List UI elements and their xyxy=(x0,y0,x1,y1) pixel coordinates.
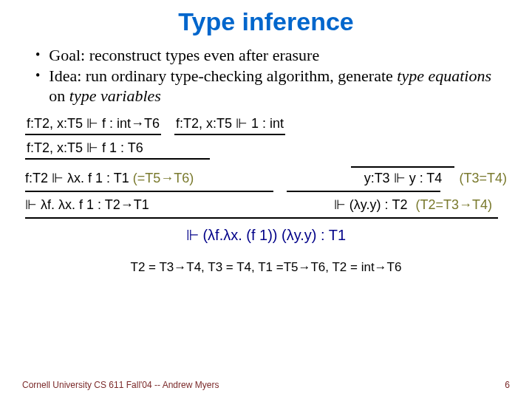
judgement-text: ⊩ (λy.y) : T2 xyxy=(334,197,408,212)
bullet-dot: • xyxy=(35,45,40,66)
judgement: f:T2, x:T5 ⊩ f 1 : T6 xyxy=(25,140,210,160)
rule-line xyxy=(25,217,498,219)
slide-title: Type inference xyxy=(22,7,510,36)
bullet-fragment: Idea: run ordinary type-checking algorit… xyxy=(49,66,397,85)
rule-line xyxy=(25,191,273,192)
judgement: y:T3 ⊩ y : T4 xyxy=(363,168,444,186)
judgement: ⊩ λf. λx. f 1 : T2→T1 xyxy=(25,197,149,213)
side-note: (=T5→T6) xyxy=(133,171,194,185)
judgement-text: f:T2 ⊩ λx. f 1 : T1 xyxy=(25,171,129,185)
premise: f:T2, x:T5 ⊩ f : int→T6 xyxy=(25,115,161,135)
type-equations: T2 = T3→T4, T3 = T4, T1 =T5→T6, T2 = int… xyxy=(25,260,507,275)
bullet-dot: • xyxy=(35,66,40,106)
rule-line xyxy=(287,191,440,192)
judgement: ⊩ (λy.y) : T2 (T2=T3→T4) xyxy=(334,197,492,213)
footer-text: Cornell University CS 611 Fall'04 -- And… xyxy=(22,380,219,390)
footer: Cornell University CS 611 Fall'04 -- And… xyxy=(22,380,510,390)
bullet-em: type variables xyxy=(69,86,161,105)
bullet-list: • Goal: reconstruct types even after era… xyxy=(35,45,510,106)
premise: f:T2, x:T5 ⊩ 1 : int xyxy=(174,115,285,135)
bullet-text: Idea: run ordinary type-checking algorit… xyxy=(49,66,510,106)
bullet-item: • Goal: reconstruct types even after era… xyxy=(35,45,510,66)
page-number: 6 xyxy=(505,380,510,390)
side-note: (T2=T3→T4) xyxy=(415,197,492,212)
bullet-text: Goal: reconstruct types even after erasu… xyxy=(49,45,510,66)
judgement: f:T2 ⊩ λx. f 1 : T1 (=T5→T6) xyxy=(25,170,194,186)
side-note: (T3=T4) xyxy=(459,171,507,186)
bullet-em: type equations xyxy=(397,66,491,85)
bullet-item: • Idea: run ordinary type-checking algor… xyxy=(35,66,510,106)
derivation-block: f:T2, x:T5 ⊩ f : int→T6 f:T2, x:T5 ⊩ 1 :… xyxy=(22,115,510,275)
final-judgement: ⊩ (λf.λx. (f 1)) (λy.y) : T1 xyxy=(25,226,507,244)
bullet-fragment: on xyxy=(49,86,69,105)
